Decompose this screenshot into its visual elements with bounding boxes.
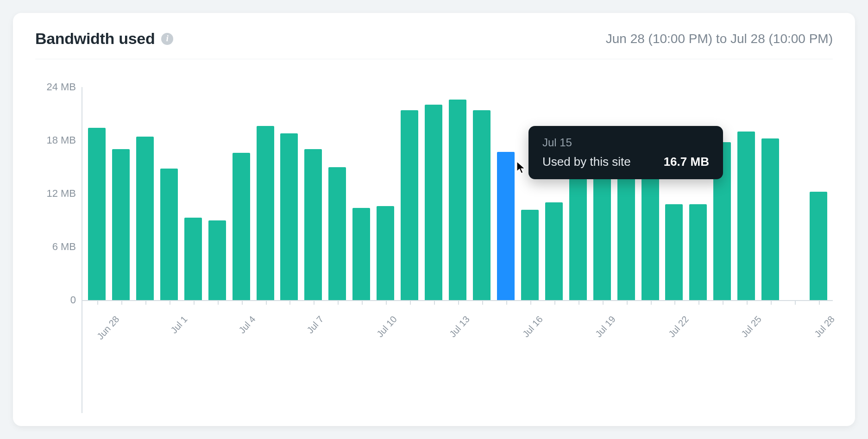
- bar-slot[interactable]: [279, 133, 300, 300]
- bar-slot[interactable]: [375, 206, 396, 300]
- bar[interactable]: [160, 169, 178, 300]
- bar[interactable]: [88, 128, 106, 300]
- bar-slot[interactable]: [664, 204, 685, 300]
- bar[interactable]: [233, 153, 250, 300]
- bar[interactable]: [449, 100, 466, 300]
- x-tick-mark: [795, 300, 796, 305]
- x-tick-mark: [97, 300, 98, 305]
- x-tick-mark: [747, 300, 748, 305]
- bar[interactable]: [473, 110, 491, 300]
- x-tick-mark: [506, 300, 507, 305]
- bar-slot[interactable]: [134, 137, 156, 300]
- bar[interactable]: [184, 218, 202, 300]
- bar[interactable]: [521, 210, 539, 301]
- bar-slot[interactable]: [231, 153, 252, 300]
- info-icon[interactable]: i: [161, 33, 173, 45]
- bar-slot[interactable]: [687, 204, 709, 300]
- card-header: Bandwidth used i Jun 28 (10:00 PM) to Ju…: [35, 30, 833, 59]
- bar[interactable]: [425, 105, 442, 300]
- x-tick-label: Jul 10: [375, 314, 399, 339]
- x-tick-mark: [482, 300, 483, 305]
- bar[interactable]: [545, 202, 563, 300]
- x-tick-mark: [723, 300, 723, 305]
- x-tick-label: Jul 13: [447, 314, 472, 339]
- y-axis: 24 MB18 MB12 MB6 MB0: [35, 87, 82, 413]
- x-tick-mark: [651, 300, 652, 305]
- x-tick-mark: [218, 300, 219, 305]
- bar-slot[interactable]: [543, 202, 565, 300]
- card-title: Bandwidth used: [35, 30, 155, 48]
- bar[interactable]: [665, 204, 683, 300]
- bar[interactable]: [208, 220, 226, 301]
- bar[interactable]: [689, 204, 707, 300]
- bar[interactable]: [401, 110, 418, 300]
- y-tick-label: 12 MB: [46, 188, 76, 200]
- y-tick-label: 6 MB: [52, 241, 76, 253]
- x-tick-mark: [338, 300, 339, 305]
- x-tick-label: Jul 19: [593, 314, 618, 339]
- x-tick-mark: [145, 300, 146, 305]
- x-tick-mark: [314, 300, 314, 305]
- title-wrap: Bandwidth used i: [35, 30, 173, 48]
- tooltip-date: Jul 15: [542, 136, 709, 149]
- bar-slot[interactable]: [351, 208, 372, 300]
- x-tick-mark: [771, 300, 772, 305]
- x-tick-mark: [579, 300, 579, 305]
- bar[interactable]: [737, 132, 755, 300]
- y-tick-label: 0: [70, 294, 76, 306]
- bar-slot[interactable]: [423, 105, 444, 300]
- x-tick-mark: [554, 300, 555, 305]
- x-tick-mark: [698, 300, 699, 305]
- y-tick-label: 18 MB: [46, 134, 76, 146]
- bar[interactable]: [352, 208, 370, 300]
- x-tick-mark: [242, 300, 243, 305]
- x-axis-labels: Jun 28Jul 1Jul 4Jul 7Jul 10Jul 13Jul 16J…: [82, 309, 833, 320]
- bar-slot[interactable]: [255, 126, 276, 300]
- bandwidth-card: Bandwidth used i Jun 28 (10:00 PM) to Ju…: [13, 13, 855, 426]
- bar-chart[interactable]: Jun 28Jul 1Jul 4Jul 7Jul 10Jul 13Jul 16J…: [82, 87, 833, 413]
- bar-slot[interactable]: [86, 128, 107, 300]
- x-tick-label: Jul 28: [812, 314, 837, 339]
- x-tick-mark: [289, 300, 290, 305]
- bar[interactable]: [761, 138, 779, 300]
- bar-slot[interactable]: [736, 132, 757, 300]
- x-tick-label: Jun 28: [95, 314, 121, 342]
- x-tick-mark: [194, 300, 195, 305]
- bar-slot[interactable]: [760, 138, 781, 300]
- x-tick-label: Jul 25: [739, 314, 764, 339]
- x-tick-mark: [410, 300, 411, 305]
- x-tick-mark: [266, 300, 267, 305]
- x-tick-mark: [434, 300, 435, 305]
- chart-tooltip: Jul 15 Used by this site 16.7 MB: [528, 126, 723, 179]
- bar-slot[interactable]: [207, 220, 228, 301]
- bar-slot[interactable]: [158, 169, 180, 300]
- x-axis-line: [82, 300, 833, 301]
- bar-slot[interactable]: [447, 100, 468, 300]
- bar-slot[interactable]: [327, 167, 348, 301]
- bar[interactable]: [377, 206, 394, 300]
- tooltip-label: Used by this site: [542, 155, 631, 169]
- bar[interactable]: [280, 133, 298, 300]
- bar-slot[interactable]: [302, 149, 324, 300]
- bar[interactable]: [810, 192, 827, 300]
- bar-slot[interactable]: [471, 110, 492, 300]
- tooltip-value: 16.7 MB: [664, 155, 709, 169]
- chart-area: 24 MB18 MB12 MB6 MB0 Jun 28Jul 1Jul 4Jul…: [35, 59, 833, 413]
- x-tick-mark: [458, 300, 459, 305]
- x-tick-mark: [627, 300, 628, 305]
- bar-highlighted[interactable]: [497, 152, 515, 300]
- x-tick-label: Jul 22: [667, 314, 691, 339]
- bar-slot[interactable]: [519, 210, 541, 301]
- x-tick-mark: [819, 300, 820, 305]
- bar[interactable]: [136, 137, 154, 300]
- bar[interactable]: [328, 167, 346, 301]
- bar-slot[interactable]: [110, 149, 132, 300]
- x-tick-mark: [121, 300, 122, 305]
- bar-slot[interactable]: [399, 110, 420, 300]
- bar[interactable]: [112, 149, 130, 300]
- bar-slot[interactable]: [808, 192, 829, 300]
- bar-slot[interactable]: [495, 152, 516, 300]
- bar[interactable]: [257, 126, 274, 300]
- bar[interactable]: [304, 149, 322, 300]
- bar-slot[interactable]: [182, 218, 204, 300]
